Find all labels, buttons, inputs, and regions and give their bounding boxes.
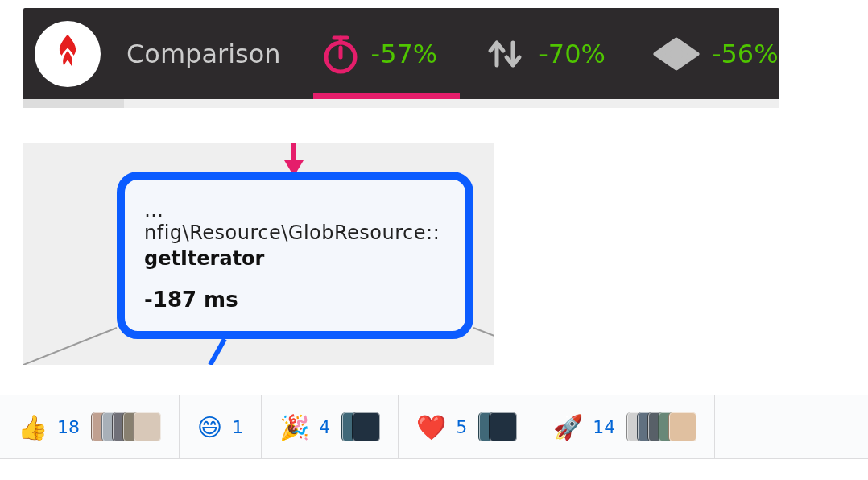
avatar [668, 412, 696, 441]
svg-line-10 [210, 339, 225, 365]
reaction-hooray[interactable]: 🎉 4 [262, 395, 399, 458]
rocket-icon: 🚀 [553, 413, 583, 441]
reaction-thumbs-up[interactable]: 👍 18 [0, 395, 180, 458]
metric-value-io: -70% [539, 39, 606, 69]
thumbs-up-icon: 👍 [18, 413, 48, 441]
reaction-count: 4 [319, 417, 330, 437]
laugh-icon: 😄 [197, 413, 222, 441]
metric-tab-time[interactable]: -57% [313, 8, 446, 99]
avatar [352, 412, 380, 441]
reaction-avatars [91, 412, 161, 441]
metric-value-time: -57% [371, 39, 438, 69]
callgraph-node-delta: -187 ms [144, 288, 449, 312]
metric-value-memory: -56% [712, 39, 779, 69]
reaction-rocket[interactable]: 🚀 14 [535, 395, 715, 458]
svg-line-8 [23, 328, 117, 365]
callgraph-panel: …nfig\Resource\GlobResource:: getIterato… [23, 143, 494, 365]
profiler-bar-main: Comparison -57% -70% [23, 8, 779, 99]
svg-line-9 [473, 328, 494, 336]
comparison-title: Comparison [126, 39, 281, 69]
heart-icon: ❤️ [416, 413, 446, 441]
chip-icon [652, 36, 701, 72]
reaction-count: 1 [232, 417, 243, 437]
avatar [489, 412, 517, 441]
profiler-bar-underline [23, 99, 779, 108]
callgraph-node-method: getIterator [144, 247, 449, 270]
reaction-avatars [341, 412, 380, 441]
avatar [133, 412, 161, 441]
io-icon [484, 35, 527, 73]
reaction-avatars [478, 412, 517, 441]
metric-tab-io[interactable]: -70% [476, 8, 614, 99]
reactions-bar: 👍 18 😄 1 🎉 4 ❤️ 5 🚀 14 [0, 395, 868, 459]
profiler-comparison-bar: Comparison -57% -70% [23, 8, 779, 108]
callgraph-node[interactable]: …nfig\Resource\GlobResource:: getIterato… [117, 172, 473, 339]
reaction-count: 5 [456, 417, 467, 437]
reaction-count: 14 [593, 417, 615, 437]
stopwatch-icon [321, 33, 360, 75]
reaction-laugh[interactable]: 😄 1 [180, 395, 262, 458]
metric-tab-memory[interactable]: -56% [644, 8, 787, 99]
reaction-heart[interactable]: ❤️ 5 [399, 395, 535, 458]
blackfire-logo-icon [35, 21, 101, 87]
callgraph-node-path: …nfig\Resource\GlobResource:: [144, 199, 449, 244]
hooray-icon: 🎉 [279, 413, 309, 441]
reaction-count: 18 [57, 417, 80, 437]
reaction-avatars [626, 412, 696, 441]
